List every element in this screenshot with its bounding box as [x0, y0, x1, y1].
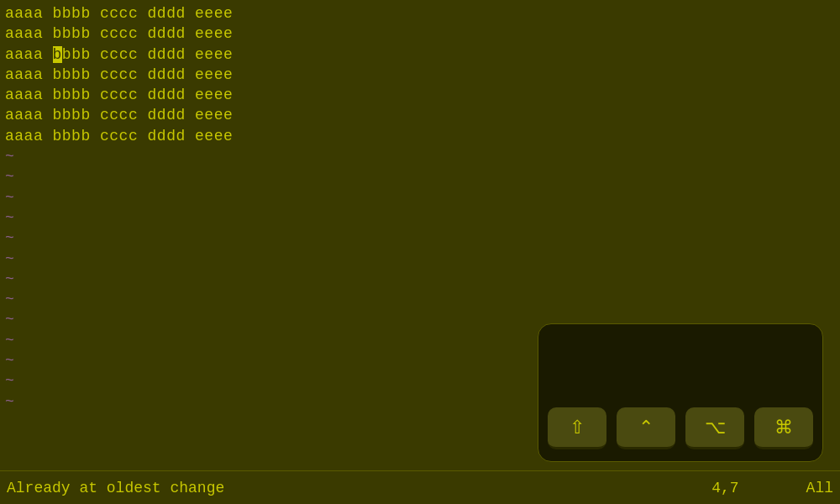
editor-line-1: aaaa bbbb cccc dddd eeee	[5, 3, 835, 24]
cursor: b	[53, 46, 62, 63]
tilde-line: ~	[5, 228, 835, 248]
editor-line-7: aaaa bbbb cccc dddd eeee	[5, 126, 835, 146]
cmd-key[interactable]: ⌘	[754, 407, 813, 449]
tilde-line: ~	[5, 289, 835, 309]
editor-line-6: aaaa bbbb cccc dddd eeee	[5, 105, 835, 125]
shift-key[interactable]: ⇧	[548, 407, 606, 449]
keyboard-buttons: ⇧ ⌃ ⌥ ⌘	[538, 407, 823, 449]
editor-line-2: aaaa bbbb cccc dddd eeee	[5, 24, 835, 44]
tilde-line: ~	[5, 146, 835, 166]
status-bar: Already at oldest change 4,7 All	[0, 470, 840, 504]
tilde-line: ~	[5, 269, 835, 289]
cursor-position: 4,7	[711, 480, 738, 496]
editor-line-5: aaaa bbbb cccc dddd eeee	[5, 85, 835, 105]
tilde-line: ~	[5, 166, 835, 186]
alt-key[interactable]: ⌥	[685, 407, 744, 449]
keyboard-widget: ⇧ ⌃ ⌥ ⌘	[538, 323, 823, 462]
editor-line-4: aaaa bbbb cccc dddd eeee	[5, 65, 835, 85]
tilde-line: ~	[5, 249, 835, 269]
ctrl-key[interactable]: ⌃	[617, 407, 675, 449]
editor-line-3: aaaa bbbb cccc dddd eeee	[5, 45, 835, 65]
tilde-line: ~	[5, 207, 835, 228]
status-message: Already at oldest change	[7, 480, 711, 496]
tilde-line: ~	[5, 187, 835, 207]
scroll-status: All	[806, 480, 833, 496]
